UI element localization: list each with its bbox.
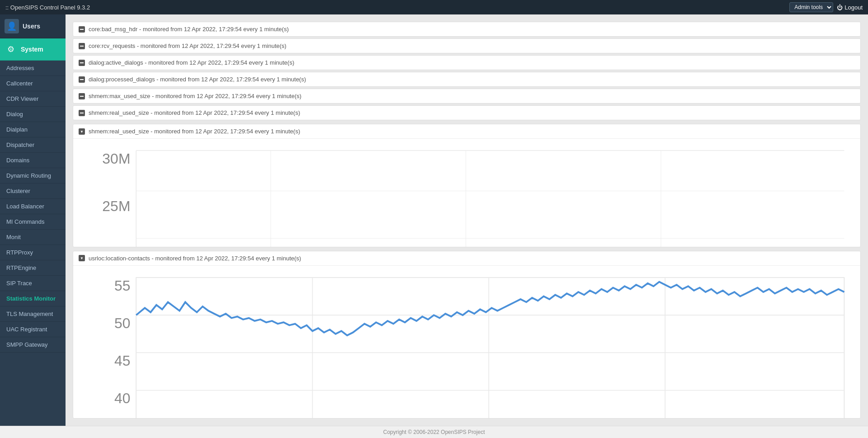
stat-item-icon-rcv-requests xyxy=(79,43,85,49)
svg-text:20M: 20M xyxy=(102,246,130,247)
stat-item-label-processed-dialogs: dialog:processed_dialogs - monitored fro… xyxy=(89,76,306,83)
footer-text: Copyright © 2006-2022 OpenSIPS Project xyxy=(383,429,485,435)
chart2-svg: 55 50 45 40 35 30 25 20 15 10 5.0 0.0 xyxy=(75,270,856,419)
sidebar-item-dialog[interactable]: Dialog xyxy=(0,107,66,122)
stat-item-active-dialogs[interactable]: dialog:active_dialogs - monitored from 1… xyxy=(73,55,861,70)
sidebar-item-rtpengine[interactable]: RTPEngine xyxy=(0,260,66,276)
chart1-header[interactable]: shmem:real_used_size - monitored from 12… xyxy=(73,124,860,139)
svg-text:30M: 30M xyxy=(102,151,130,167)
sidebar-item-sip-trace[interactable]: SIP Trace xyxy=(0,276,66,291)
sidebar-item-callcenter[interactable]: Callcenter xyxy=(0,76,66,91)
chart2-header[interactable]: usrloc:location-contacts - monitored fro… xyxy=(73,251,860,266)
svg-text:25M: 25M xyxy=(102,198,130,214)
stat-item-label-active-dialogs: dialog:active_dialogs - monitored from 1… xyxy=(89,59,294,66)
chart1-container: shmem:real_used_size - monitored from 12… xyxy=(73,124,861,247)
sidebar-item-dynamic-routing[interactable]: Dynamic Routing xyxy=(0,168,66,184)
chart1-body: 30M 25M 20M 15M 10M 5.0M 0.0 Wed 13 03 A… xyxy=(73,139,860,247)
logout-button[interactable]: ⏻ Logout xyxy=(837,4,863,11)
system-icon: ⚙ xyxy=(5,43,17,56)
stat-items-container: core:bad_msg_hdr - monitored from 12 Apr… xyxy=(73,22,861,120)
svg-rect-7 xyxy=(136,151,844,247)
chart2-body: 55 50 45 40 35 30 25 20 15 10 5.0 0.0 xyxy=(73,266,860,419)
sidebar-item-dialplan[interactable]: Dialplan xyxy=(0,122,66,137)
sidebar-nav: AddressesCallcenterCDR ViewerDialogDialp… xyxy=(0,61,66,353)
app-title: :: OpenSIPS Control Panel 9.3.2 xyxy=(5,4,90,11)
chart1-toggle-icon xyxy=(79,128,85,135)
svg-text:45: 45 xyxy=(114,353,131,369)
sidebar-item-domains[interactable]: Domains xyxy=(0,153,66,168)
sidebar-users-section[interactable]: 👤 Users xyxy=(0,14,66,38)
sidebar-item-statistics-monitor[interactable]: Statistics Monitor xyxy=(0,291,66,306)
content-area: core:bad_msg_hdr - monitored from 12 Apr… xyxy=(66,14,868,426)
svg-rect-27 xyxy=(136,278,844,419)
chart1-label: shmem:real_used_size - monitored from 12… xyxy=(89,128,300,135)
stat-item-bad-msg-hdr[interactable]: core:bad_msg_hdr - monitored from 12 Apr… xyxy=(73,22,861,37)
stat-item-icon-processed-dialogs xyxy=(79,76,85,83)
sidebar-item-addresses[interactable]: Addresses xyxy=(0,61,66,76)
chart2-toggle-icon xyxy=(79,255,85,261)
sidebar-system-label: System xyxy=(21,46,43,53)
stat-item-icon-real-used-size xyxy=(79,110,85,116)
stat-item-icon-active-dialogs xyxy=(79,60,85,66)
stat-item-label-bad-msg-hdr: core:bad_msg_hdr - monitored from 12 Apr… xyxy=(89,26,289,33)
chart2-container: usrloc:location-contacts - monitored fro… xyxy=(73,251,861,419)
sidebar-item-smpp-gateway[interactable]: SMPP Gateway xyxy=(0,337,66,353)
sidebar-system-section[interactable]: ⚙ System xyxy=(0,38,66,61)
stat-item-label-max-used-size: shmem:max_used_size - monitored from 12 … xyxy=(89,93,301,99)
topbar: :: OpenSIPS Control Panel 9.3.2 Admin to… xyxy=(0,0,868,14)
stat-item-processed-dialogs[interactable]: dialog:processed_dialogs - monitored fro… xyxy=(73,72,861,87)
users-icon: 👤 xyxy=(5,19,19,33)
sidebar-item-mi-commands[interactable]: MI Commands xyxy=(0,214,66,230)
admin-tools-select[interactable]: Admin tools xyxy=(789,2,833,12)
sidebar-item-cdr-viewer[interactable]: CDR Viewer xyxy=(0,91,66,107)
stat-item-icon-max-used-size xyxy=(79,93,85,99)
sidebar-item-tls-management[interactable]: TLS Management xyxy=(0,306,66,322)
stat-item-label-real-used-size: shmem:real_used_size - monitored from 12… xyxy=(89,109,300,116)
sidebar-users-label: Users xyxy=(23,23,40,30)
footer: Copyright © 2006-2022 OpenSIPS Project xyxy=(0,426,868,438)
chart2-label: usrloc:location-contacts - monitored fro… xyxy=(89,255,301,262)
stat-item-label-rcv-requests: core:rcv_requests - monitored from 12 Ap… xyxy=(89,42,286,49)
chart1-svg: 30M 25M 20M 15M 10M 5.0M 0.0 Wed 13 03 A… xyxy=(75,143,856,247)
svg-text:50: 50 xyxy=(114,315,131,331)
stat-item-max-used-size[interactable]: shmem:max_used_size - monitored from 12 … xyxy=(73,89,861,104)
sidebar: 👤 Users ⚙ System AddressesCallcenterCDR … xyxy=(0,14,66,426)
sidebar-item-monit[interactable]: Monit xyxy=(0,230,66,245)
stat-item-real-used-size[interactable]: shmem:real_used_size - monitored from 12… xyxy=(73,105,861,120)
sidebar-item-rtpproxy[interactable]: RTPProxy xyxy=(0,245,66,260)
main-layout: 👤 Users ⚙ System AddressesCallcenterCDR … xyxy=(0,14,868,426)
power-icon: ⏻ xyxy=(837,4,843,11)
stat-item-icon-bad-msg-hdr xyxy=(79,26,85,33)
svg-text:55: 55 xyxy=(114,277,131,293)
sidebar-item-load-balancer[interactable]: Load Balancer xyxy=(0,199,66,214)
stat-item-rcv-requests[interactable]: core:rcv_requests - monitored from 12 Ap… xyxy=(73,38,861,53)
top-right-controls: Admin tools ⏻ Logout xyxy=(789,2,863,12)
sidebar-item-uac-registrant[interactable]: UAC Registrant xyxy=(0,322,66,337)
svg-text:40: 40 xyxy=(114,390,131,406)
sidebar-item-clusterer[interactable]: Clusterer xyxy=(0,184,66,199)
sidebar-item-dispatcher[interactable]: Dispatcher xyxy=(0,137,66,153)
